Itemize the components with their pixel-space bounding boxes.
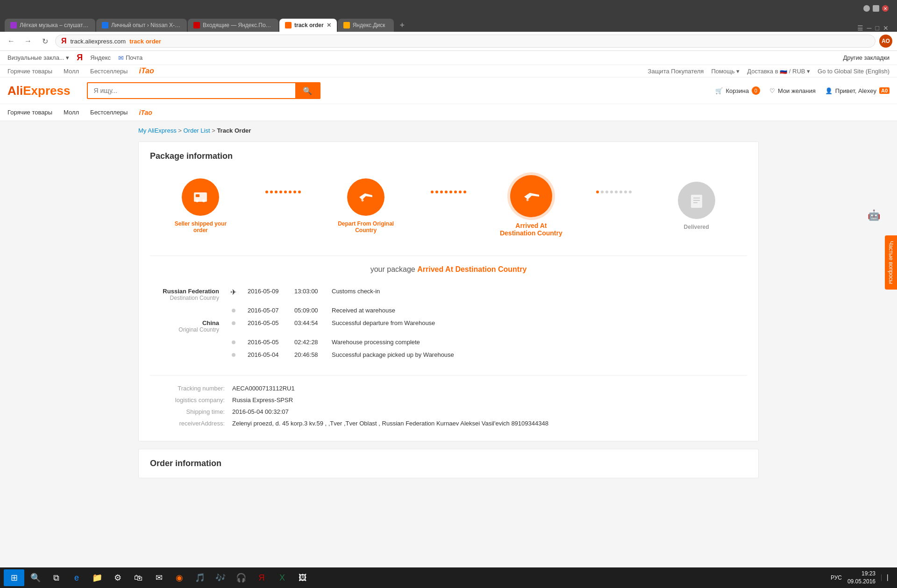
status-highlight: Arrived At Destination Country	[417, 265, 527, 273]
tab-label-track: track order	[294, 22, 324, 28]
breadcrumb-orderlist[interactable]: Order List	[183, 127, 210, 134]
step-circle-3	[510, 175, 552, 217]
minimize-btn[interactable]	[863, 5, 870, 12]
step-circle-2	[347, 178, 384, 216]
dot-cell-3	[225, 336, 242, 348]
tab-close-icon[interactable]: ✕	[327, 22, 331, 28]
country-cell-1	[150, 304, 225, 317]
tab-track-order[interactable]: track order ✕	[279, 19, 337, 32]
tab-favicon-track	[285, 22, 292, 28]
nav-mall[interactable]: Молл	[64, 68, 79, 75]
event-cell-4: Successful package picked up by Warehous…	[326, 348, 747, 361]
cart-button[interactable]: 🛒 Корзина 0	[715, 86, 760, 95]
browser-restore-icon[interactable]: □	[876, 24, 879, 32]
maximize-btn[interactable]	[873, 5, 879, 12]
package-info-card: Package information Seller shipped your …	[138, 142, 759, 441]
connector-dot	[265, 191, 268, 193]
row-dot-4	[232, 353, 235, 357]
tracking-number-row: Tracking number: AECA0000713112RU1	[150, 385, 747, 392]
cart-icon: 🛒	[715, 87, 723, 94]
plane-icon: ✈	[230, 288, 236, 296]
secondnav-hot[interactable]: Горячие товары	[7, 107, 52, 118]
tab-favicon-music	[10, 22, 17, 28]
side-help-button[interactable]: Частые вопросы	[885, 235, 897, 290]
user-menu[interactable]: 👤 Привет, Alexey A0	[825, 87, 890, 94]
forward-button[interactable]: →	[21, 35, 35, 48]
nav-global-site[interactable]: Go to Global Site (English)	[818, 68, 890, 75]
breadcrumb-current: Track Order	[217, 127, 251, 134]
receiver-address-row: receiverAddress: Zelenyi proezd, d. 45 k…	[150, 420, 747, 427]
side-help-label: Частые вопросы	[888, 241, 894, 284]
tracking-steps: Seller shipped your order	[150, 170, 747, 251]
date-cell-4: 2016-05-04	[242, 348, 289, 361]
new-tab-btn[interactable]: +	[395, 19, 410, 32]
search-input[interactable]	[88, 83, 295, 98]
svg-rect-1	[196, 194, 199, 197]
secondnav-mall[interactable]: Молл	[64, 107, 79, 118]
nav-itao[interactable]: iTao	[139, 67, 154, 75]
browser-close-icon[interactable]: ✕	[883, 24, 889, 32]
tab-favicon-mail	[193, 22, 200, 28]
step-depart: Depart From Original Country	[325, 178, 407, 234]
user-icon: 👤	[825, 87, 833, 94]
yandex-link[interactable]: Яндекс	[90, 54, 111, 61]
wishlist-button[interactable]: ♡ Мои желания	[769, 87, 816, 94]
user-badge: A0	[879, 87, 890, 94]
nav-shipping[interactable]: Доставка в 🇷🇺 / RUB ▾	[747, 68, 810, 75]
breadcrumb: My AliExpress > Order List > Track Order	[138, 127, 759, 134]
step-arrived: Arrived At Destination Country	[490, 175, 572, 237]
yandex-browser-logo: Я	[61, 37, 67, 45]
top-nav-right: Защита Покупателя Помощь ▾ Доставка в 🇷🇺…	[648, 68, 890, 75]
time-cell-0: 13:03:00	[289, 285, 326, 304]
nav-help[interactable]: Помощь ▾	[711, 68, 740, 75]
step-delivered: Delivered	[655, 182, 738, 230]
tab-label-music: Лёгкая музыка – слушать он...	[20, 22, 90, 28]
ali-logo[interactable]: AliExpress	[7, 84, 70, 98]
search-button[interactable]: 🔍	[295, 83, 320, 98]
browser-minimize-icon[interactable]: ─	[867, 24, 872, 32]
browser-menu-icon[interactable]: ☰	[857, 24, 863, 32]
tab-nissan[interactable]: Личный опыт › Nissan X-Tra...	[96, 19, 187, 32]
tab-mail[interactable]: Входящие — Яндекс.Почта	[188, 19, 278, 32]
nav-buyer-protection[interactable]: Защита Покупателя	[648, 68, 704, 75]
back-button[interactable]: ←	[5, 35, 18, 48]
shipping-time-row: Shipping time: 2016-05-04 00:32:07	[150, 408, 747, 415]
main-content: My AliExpress > Order List > Track Order…	[131, 121, 766, 491]
breadcrumb-myali[interactable]: My AliExpress	[138, 127, 177, 134]
yandex-logo[interactable]: Я	[77, 53, 83, 63]
step-label-2: Depart From Original Country	[333, 220, 399, 234]
other-bookmarks[interactable]: Другие закладки	[843, 54, 890, 61]
mail-link[interactable]: ✉ Почта	[118, 54, 142, 62]
cart-count: 0	[752, 86, 760, 95]
secondnav-bestsellers[interactable]: Бестселлеры	[90, 107, 128, 118]
refresh-button[interactable]: ↻	[38, 35, 51, 48]
connector-dot	[454, 191, 457, 193]
connector-dot	[431, 191, 434, 193]
receiver-value: Zelenyi proezd, d. 45 korp.3 kv.59 , ,Tv…	[232, 420, 548, 427]
address-bar[interactable]: Я track.aliexpress.com track order	[55, 35, 876, 48]
bookmarks-dropdown[interactable]: Визуальные закла... ▾	[7, 54, 69, 61]
tab-disk[interactable]: Яндекс.Диск	[338, 19, 394, 32]
package-info-title: Package information	[150, 151, 747, 161]
nav-bestsellers[interactable]: Бестселлеры	[90, 68, 128, 75]
tab-music[interactable]: Лёгкая музыка – слушать он...	[5, 19, 95, 32]
dot-cell-4	[225, 348, 242, 361]
yandex-bar: Визуальные закла... ▾ Я Яндекс ✉ Почта Д…	[0, 51, 897, 65]
connector-3	[572, 191, 655, 193]
close-btn[interactable]: ✕	[882, 5, 889, 12]
search-bar: 🔍	[87, 82, 320, 99]
step-label-3: Arrived At Destination Country	[498, 222, 564, 237]
nav-hot-deals[interactable]: Горячие товары	[7, 68, 52, 75]
secondnav-itao[interactable]: iTao	[139, 109, 152, 116]
country-name-2: China	[156, 319, 219, 326]
connector-dot	[445, 191, 448, 193]
tracking-row-0: Russian Federation Destination Country ✈…	[150, 285, 747, 304]
connector-dot	[605, 191, 608, 193]
time-cell-2: 03:44:54	[289, 317, 326, 336]
date-cell-0: 2016-05-09	[242, 285, 289, 304]
time-cell-1: 05:09:00	[289, 304, 326, 317]
logistics-value: Russia Express-SPSR	[232, 397, 293, 404]
user-profile-btn[interactable]: АО	[879, 35, 892, 48]
logistics-row: logistics company: Russia Express-SPSR	[150, 397, 747, 404]
ali-header: AliExpress 🔍 🛒 Корзина 0 ♡ Мои желания 👤…	[0, 78, 897, 104]
